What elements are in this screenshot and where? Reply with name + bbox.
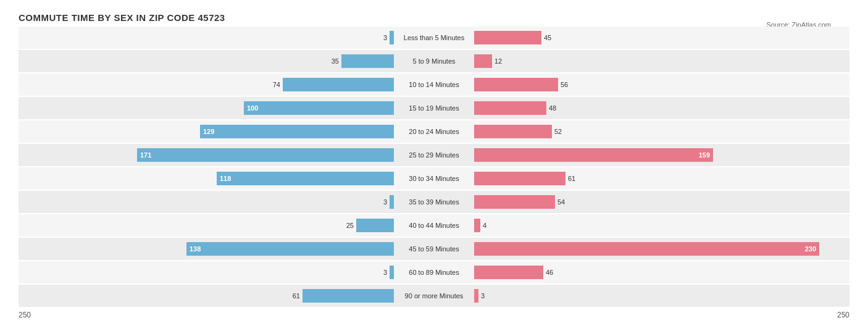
female-bar (474, 31, 541, 44)
male-bar: 171 (137, 148, 394, 162)
male-bar: 118 (217, 172, 394, 185)
female-bar (474, 125, 552, 138)
male-bar (303, 289, 394, 303)
male-value: 74 (268, 81, 280, 88)
row-label: 60 to 89 Minutes (394, 269, 474, 276)
female-value: 4 (483, 222, 495, 229)
table-row: 2540 to 44 Minutes4 (19, 214, 849, 237)
axis-left: 250 (19, 311, 31, 319)
female-bar: 230 (474, 242, 819, 256)
female-bar (474, 266, 543, 279)
male-bar (283, 78, 394, 91)
male-bar (390, 195, 394, 209)
table-row: 360 to 89 Minutes46 (19, 261, 849, 283)
female-value: 45 (544, 34, 556, 41)
axis-right: 250 (837, 311, 849, 319)
chart-title: COMMUTE TIME BY SEX IN ZIP CODE 45723 (19, 12, 849, 23)
row-label: 10 to 14 Minutes (394, 81, 474, 88)
female-value: 61 (568, 175, 580, 182)
row-label: 15 to 19 Minutes (394, 104, 474, 112)
male-value: 3 (375, 198, 387, 206)
row-label: Less than 5 Minutes (394, 34, 474, 41)
male-value: 61 (288, 292, 300, 300)
table-row: 13845 to 59 Minutes230 (19, 238, 849, 260)
row-label: 5 to 9 Minutes (394, 57, 474, 65)
bottom-axis: 250 250 (19, 311, 849, 319)
female-value: 3 (481, 292, 493, 300)
row-label: 20 to 24 Minutes (394, 128, 474, 135)
table-row: 6190 or more Minutes3 (19, 285, 849, 307)
male-bar: 129 (200, 125, 394, 138)
male-value: 3 (375, 269, 387, 276)
female-value: 48 (549, 104, 561, 112)
male-value: 35 (327, 57, 339, 65)
row-label: 45 to 59 Minutes (394, 245, 474, 253)
table-row: 10015 to 19 Minutes48 (19, 97, 849, 119)
female-bar (474, 172, 565, 185)
table-row: 7410 to 14 Minutes56 (19, 73, 849, 96)
female-bar (474, 289, 478, 303)
table-row: 3Less than 5 Minutes45 (19, 27, 849, 49)
male-value: 3 (375, 34, 387, 41)
row-label: 90 or more Minutes (394, 292, 474, 300)
female-value: 12 (495, 57, 507, 65)
row-label: 40 to 44 Minutes (394, 222, 474, 229)
row-label: 35 to 39 Minutes (394, 198, 474, 206)
table-row: 17125 to 29 Minutes159 (19, 144, 849, 166)
female-bar (474, 101, 546, 115)
female-bar (474, 78, 558, 91)
female-bar (474, 219, 480, 232)
female-value: 46 (546, 269, 558, 276)
female-bar (474, 54, 492, 68)
row-label: 25 to 29 Minutes (394, 151, 474, 159)
male-bar (390, 31, 394, 44)
male-value: 25 (341, 222, 354, 229)
male-bar: 138 (186, 242, 394, 256)
female-value: 52 (554, 128, 567, 135)
female-value: 54 (557, 198, 570, 206)
male-bar (356, 219, 394, 232)
female-value: 56 (561, 81, 573, 88)
table-row: 11830 to 34 Minutes61 (19, 167, 849, 190)
male-bar (390, 266, 394, 279)
row-label: 30 to 34 Minutes (394, 175, 474, 182)
table-row: 355 to 9 Minutes12 (19, 50, 849, 72)
female-bar: 159 (474, 148, 713, 162)
female-bar (474, 195, 555, 209)
male-bar (341, 54, 394, 68)
table-row: 12920 to 24 Minutes52 (19, 120, 849, 143)
male-bar: 100 (244, 101, 394, 115)
table-row: 335 to 39 Minutes54 (19, 191, 849, 213)
